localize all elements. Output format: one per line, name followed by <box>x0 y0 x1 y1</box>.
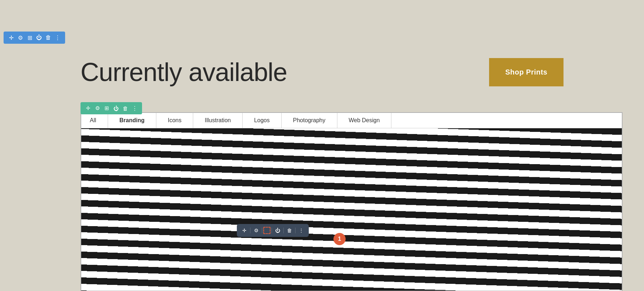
inner-more-icon[interactable]: ⋮ <box>297 226 306 235</box>
gallery-settings-icon[interactable]: ⚙ <box>93 104 101 112</box>
inner-move-icon[interactable]: ✛ <box>240 226 249 235</box>
inner-settings-icon[interactable]: ⚙ <box>252 226 261 235</box>
notification-badge: 1 <box>333 233 346 245</box>
gallery-columns-icon[interactable]: ⊞ <box>103 104 111 112</box>
top-layout-icon[interactable]: ⊞ <box>26 34 34 42</box>
page-content: Currently available Shop Prints ✛ ⚙ ⊞ ⏻ … <box>0 0 644 291</box>
filter-tabs: All Branding Icons Illustration Logos Ph… <box>81 113 622 128</box>
inner-resize-icon[interactable] <box>263 227 270 234</box>
gallery-section: ✛ ⚙ ⊞ ⏻ 🗑 ⋮ All Branding Icons Illustrat… <box>80 102 623 291</box>
tab-logos[interactable]: Logos <box>243 113 282 128</box>
tab-illustration[interactable]: Illustration <box>193 113 243 128</box>
inner-delete-icon[interactable]: 🗑 <box>285 226 294 235</box>
shop-prints-button[interactable]: Shop Prints <box>489 58 564 86</box>
toolbar-separator-1 <box>250 228 250 233</box>
top-power-icon[interactable]: ⏻ <box>35 34 43 42</box>
stripes-pattern <box>81 128 622 291</box>
tab-photography[interactable]: Photography <box>282 113 337 128</box>
toolbar-separator-4 <box>283 228 284 233</box>
inner-toolbar[interactable]: ✛ ⚙ ⏻ 🗑 ⋮ <box>237 224 309 237</box>
heading-section: Currently available Shop Prints <box>0 0 644 97</box>
top-more-icon[interactable]: ⋮ <box>54 34 62 42</box>
tab-webdesign[interactable]: Web Design <box>337 113 392 128</box>
toolbar-separator-5 <box>295 228 296 233</box>
inner-power-icon[interactable]: ⏻ <box>273 226 282 235</box>
toolbar-separator-3 <box>272 228 272 233</box>
tab-icons[interactable]: Icons <box>156 113 193 128</box>
top-delete-icon[interactable]: 🗑 <box>44 34 52 42</box>
gallery-delete-icon[interactable]: 🗑 <box>121 104 129 112</box>
tab-branding[interactable]: Branding <box>108 113 156 128</box>
gallery-toolbar[interactable]: ✛ ⚙ ⊞ ⏻ 🗑 ⋮ <box>80 102 142 114</box>
gallery-container: All Branding Icons Illustration Logos Ph… <box>80 112 623 291</box>
gallery-more-icon[interactable]: ⋮ <box>131 104 138 112</box>
tab-all[interactable]: All <box>81 113 108 128</box>
top-add-icon[interactable]: ✛ <box>7 34 15 42</box>
top-toolbar[interactable]: ✛ ⚙ ⊞ ⏻ 🗑 ⋮ <box>4 32 65 44</box>
stripes-image <box>81 128 622 291</box>
toolbar-separator-2 <box>262 228 262 233</box>
top-settings-icon[interactable]: ⚙ <box>16 34 24 42</box>
gallery-add-icon[interactable]: ✛ <box>84 104 92 112</box>
gallery-power-icon[interactable]: ⏻ <box>112 104 120 112</box>
page-title: Currently available <box>80 57 287 87</box>
